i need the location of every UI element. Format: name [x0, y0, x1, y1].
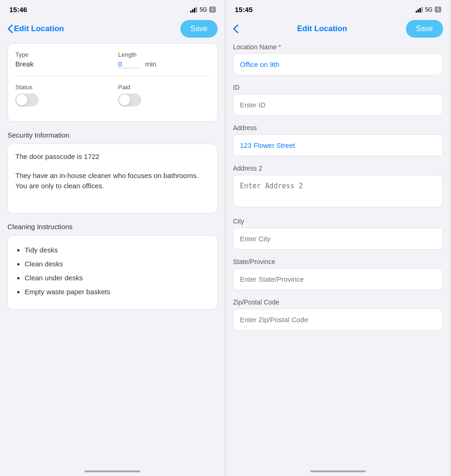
- state-input[interactable]: [233, 268, 443, 290]
- divider-1: [15, 76, 210, 76]
- zip-group: Zip/Postal Code: [233, 298, 443, 331]
- security-text-line2: They have an in-house cleaner who focuse…: [15, 171, 210, 192]
- city-input[interactable]: [233, 228, 443, 250]
- id-input[interactable]: [233, 94, 443, 116]
- city-group: City: [233, 218, 443, 250]
- time-left: 15:46: [9, 6, 27, 13]
- status-icons-right: 5G 6: [416, 7, 441, 13]
- security-text-line1: The door passcode is 1722: [15, 152, 210, 162]
- paid-label: Paid: [118, 84, 210, 91]
- required-asterisk: *: [279, 43, 281, 51]
- city-label: City: [233, 218, 443, 225]
- type-label: Type: [15, 51, 107, 58]
- type-length-row: Type Break Length 0 min: [15, 51, 210, 68]
- chevron-left-icon-right: [233, 24, 239, 33]
- nav-bar-left: Edit Location Save: [0, 16, 225, 43]
- address-group: Address: [233, 124, 443, 156]
- battery-right: 6: [435, 7, 441, 13]
- type-col: Type Break: [15, 51, 107, 68]
- cleaning-instructions-box: Tidy desks Clean desks Clean under desks…: [7, 235, 218, 310]
- list-item: Tidy desks: [25, 243, 210, 257]
- address-label: Address: [233, 124, 443, 132]
- address2-group: Address 2: [233, 165, 443, 209]
- address2-label: Address 2: [233, 165, 443, 172]
- type-value: Break: [15, 60, 107, 68]
- location-name-input[interactable]: [233, 53, 443, 75]
- save-button-left[interactable]: Save: [180, 20, 218, 38]
- break-details-card: Type Break Length 0 min Status: [7, 43, 218, 122]
- status-bar-left: 15:46 5G 6: [0, 0, 225, 16]
- battery-left: 6: [209, 7, 216, 13]
- time-right: 15:45: [235, 6, 252, 13]
- id-group: ID: [233, 84, 443, 116]
- status-label: Status: [15, 84, 107, 91]
- address-input[interactable]: [233, 134, 443, 156]
- status-toggle[interactable]: [15, 93, 39, 106]
- list-item: Clean desks: [25, 257, 210, 271]
- length-input[interactable]: 0: [118, 60, 141, 68]
- chevron-left-icon-left: [7, 24, 13, 33]
- home-indicator-right: [310, 470, 366, 472]
- security-section-title: Security Information: [7, 131, 218, 139]
- nav-bar-right: Edit Location Save: [226, 16, 451, 43]
- cleaning-list: Tidy desks Clean desks Clean under desks…: [15, 243, 210, 299]
- list-item: Clean under desks: [25, 271, 210, 285]
- status-paid-row: Status Paid: [15, 84, 210, 106]
- address2-input[interactable]: [233, 175, 443, 207]
- paid-toggle[interactable]: [118, 93, 141, 106]
- network-label-right: 5G: [425, 7, 432, 13]
- security-info-box: The door passcode is 1722 They have an i…: [7, 144, 218, 213]
- toggle-knob-paid: [119, 94, 130, 106]
- nav-title-left: Edit Location: [14, 24, 64, 33]
- zip-input[interactable]: [233, 309, 443, 331]
- list-item: Empty waste paper baskets: [25, 285, 210, 299]
- length-unit: min: [145, 60, 156, 68]
- back-button-right[interactable]: [233, 24, 239, 33]
- nav-title-right: Edit Location: [297, 24, 347, 33]
- state-group: State/Province: [233, 258, 443, 290]
- id-label: ID: [233, 84, 443, 91]
- network-label-left: 5G: [199, 7, 207, 13]
- location-name-group: Location Name *: [233, 43, 443, 75]
- length-col: Length 0 min: [118, 51, 210, 68]
- paid-col: Paid: [118, 84, 210, 106]
- zip-label: Zip/Postal Code: [233, 298, 443, 306]
- state-label: State/Province: [233, 258, 443, 265]
- location-name-label: Location Name *: [233, 43, 443, 51]
- toggle-knob-status: [16, 94, 27, 106]
- content-left: Type Break Length 0 min Status: [0, 43, 225, 468]
- right-phone-screen: 15:45 5G 6 Edit Location Save Location N…: [226, 0, 451, 476]
- content-right: Location Name * ID Address Address 2 Cit…: [226, 43, 451, 468]
- length-label: Length: [118, 51, 210, 58]
- home-indicator-left: [85, 470, 140, 472]
- status-icons-left: 5G 6: [190, 7, 216, 13]
- cleaning-section-title: Cleaning Instructions: [7, 223, 218, 231]
- status-col: Status: [15, 84, 107, 106]
- save-button-right[interactable]: Save: [406, 20, 443, 38]
- status-bar-right: 15:45 5G 6: [226, 0, 451, 16]
- back-button-left[interactable]: Edit Location: [7, 24, 64, 33]
- signal-icon-right: [416, 7, 423, 13]
- left-phone-screen: 15:46 5G 6 Edit Location Save: [0, 0, 226, 476]
- signal-icon-left: [190, 7, 197, 13]
